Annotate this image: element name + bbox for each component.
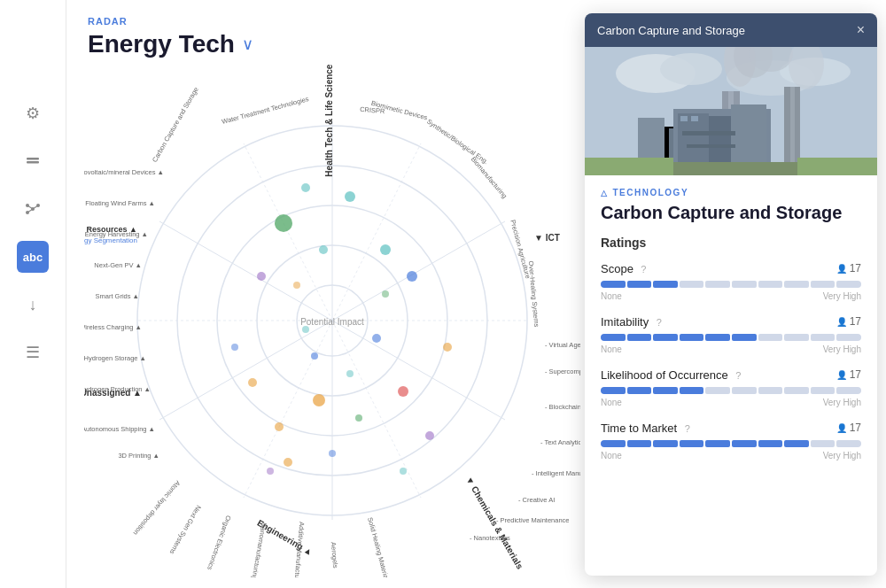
- tech-category: TECHNOLOGY: [601, 188, 861, 197]
- svg-point-87: [293, 282, 300, 289]
- page-title: Energy Tech: [88, 30, 235, 58]
- title-chevron[interactable]: ∨: [242, 35, 253, 54]
- time-to-market-question[interactable]: ?: [685, 423, 690, 434]
- sidebar-text[interactable]: abc: [17, 241, 49, 273]
- svg-text:Synthetic/Biological Eng.: Synthetic/Biological Eng.: [425, 118, 490, 166]
- seg: [811, 387, 835, 394]
- svg-rect-115: [691, 116, 698, 121]
- seg: [705, 334, 730, 341]
- sidebar-nodes[interactable]: [17, 193, 49, 225]
- svg-line-8: [27, 209, 33, 213]
- svg-point-83: [355, 414, 362, 422]
- time-to-market-count: 17: [836, 422, 861, 434]
- svg-line-24: [332, 321, 421, 498]
- seg: [732, 387, 757, 394]
- sidebar-settings[interactable]: ⚙: [17, 97, 49, 129]
- panel-image: [585, 47, 877, 175]
- likelihood-count: 17: [836, 368, 861, 381]
- svg-text:Smart Grids ▲: Smart Grids ▲: [95, 292, 139, 300]
- time-to-market-high-label: Very High: [823, 451, 861, 460]
- likelihood-question[interactable]: ?: [735, 370, 741, 381]
- seg: [705, 281, 730, 288]
- sidebar-menu[interactable]: ☰: [17, 337, 49, 368]
- seg: [836, 281, 861, 288]
- rating-likelihood: Likelihood of Occurrence ? 17 None Very: [601, 367, 861, 407]
- detail-panel: Carbon Capture and Storage ×: [585, 13, 877, 576]
- svg-text:Next-Gen PV ▲: Next-Gen PV ▲: [94, 261, 142, 269]
- scope-bar: [601, 281, 861, 288]
- seg: [758, 440, 783, 447]
- radar-chart[interactable]: Potential Impact Health Tech & Life Scie…: [84, 64, 580, 560]
- seg: [784, 440, 809, 447]
- svg-text:Hydrogen Storage ▲: Hydrogen Storage ▲: [84, 354, 146, 362]
- sidebar-download[interactable]: ↓: [17, 289, 49, 321]
- svg-text:Over-Healing Systems: Over-Healing Systems: [527, 260, 541, 328]
- svg-point-79: [398, 386, 408, 397]
- svg-text:Energy Harvesting ▲: Energy Harvesting ▲: [85, 230, 148, 238]
- svg-text:- Intelligent Manuf...: - Intelligent Manuf...: [532, 469, 580, 477]
- svg-text:Aerogels: Aerogels: [330, 542, 340, 569]
- rating-time-to-market: Time to Market ? 17 None Very High: [601, 420, 861, 460]
- seg: [758, 281, 783, 288]
- scope-question[interactable]: ?: [641, 264, 646, 275]
- panel-close-button[interactable]: ×: [857, 22, 865, 38]
- time-to-market-none-label: None: [601, 451, 622, 460]
- svg-text:Wireless Charging ▲: Wireless Charging ▲: [84, 323, 142, 331]
- seg: [601, 387, 626, 394]
- scope-high-label: Very High: [823, 291, 861, 301]
- svg-point-68: [345, 191, 355, 202]
- svg-point-80: [443, 343, 452, 352]
- time-to-market-bar: [601, 440, 861, 447]
- svg-rect-118: [797, 158, 877, 175]
- svg-point-67: [275, 214, 292, 232]
- sidebar: ⚙ abc ↓ ☰: [0, 0, 66, 588]
- seg: [601, 440, 626, 447]
- svg-point-78: [284, 458, 292, 467]
- seg: [836, 387, 861, 394]
- svg-point-88: [382, 290, 389, 298]
- seg: [653, 334, 678, 341]
- seg: [601, 334, 626, 341]
- seg: [732, 334, 757, 341]
- svg-rect-114: [680, 116, 688, 121]
- svg-point-72: [407, 271, 417, 282]
- svg-point-89: [267, 468, 274, 475]
- seg: [680, 334, 704, 341]
- seg: [627, 440, 652, 447]
- likelihood-bar-labels: None Very High: [601, 398, 861, 407]
- svg-text:Atomic layer deposition: Atomic layer deposition: [132, 479, 183, 537]
- svg-point-73: [372, 334, 381, 343]
- svg-line-6: [27, 205, 33, 209]
- svg-text:Photovoltaic/mineral Devices ▲: Photovoltaic/mineral Devices ▲: [84, 168, 164, 176]
- svg-text:Potential Impact: Potential Impact: [300, 317, 364, 327]
- svg-point-69: [301, 183, 310, 192]
- svg-text:- Supercomputing: - Supercomputing: [545, 368, 580, 375]
- seg: [732, 440, 757, 447]
- svg-point-91: [400, 468, 407, 475]
- svg-text:Solid Healing Materials: Solid Healing Materials: [366, 516, 392, 577]
- seg: [836, 440, 861, 447]
- svg-text:- Virtual Agents: - Virtual Agents: [545, 341, 580, 349]
- time-to-market-bar-labels: None Very High: [601, 451, 861, 460]
- svg-text:CRISPR: CRISPR: [360, 105, 386, 115]
- svg-text:Autonomous Shipping ▲: Autonomous Shipping ▲: [84, 425, 155, 433]
- seg: [680, 387, 704, 394]
- svg-point-85: [231, 344, 238, 351]
- svg-point-90: [329, 450, 336, 457]
- seg: [836, 334, 861, 341]
- svg-point-76: [275, 422, 284, 431]
- seg: [627, 387, 652, 394]
- svg-point-94: [660, 53, 722, 85]
- svg-text:Hydrogen Production ▲: Hydrogen Production ▲: [84, 385, 151, 393]
- svg-rect-112: [682, 131, 735, 135]
- seg: [732, 281, 757, 288]
- svg-point-86: [346, 370, 354, 377]
- imitability-question[interactable]: ?: [657, 317, 662, 328]
- svg-point-75: [313, 394, 325, 406]
- sidebar-layers[interactable]: [17, 145, 49, 177]
- seg: [784, 334, 809, 341]
- svg-text:Health Tech & Life Sciences ▲: Health Tech & Life Sciences ▲: [324, 64, 334, 177]
- rating-imitability: Imitability ? 17 None Very High: [601, 313, 861, 354]
- scope-count: 17: [836, 262, 861, 275]
- svg-point-84: [257, 272, 266, 281]
